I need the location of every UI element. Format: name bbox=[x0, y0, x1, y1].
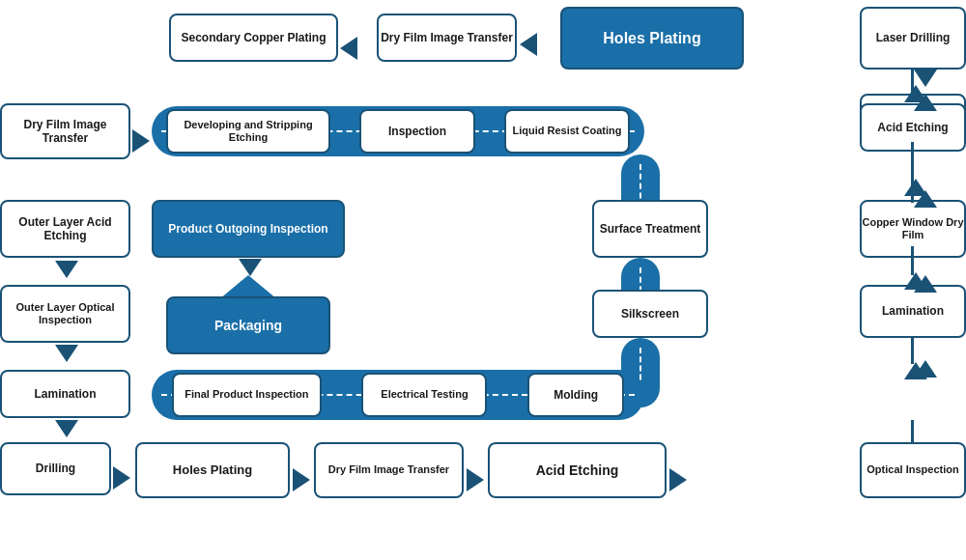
arrow-df-to-sc bbox=[340, 37, 357, 60]
arrow-lam-left-down bbox=[55, 420, 78, 437]
drilling-left-box: Drilling bbox=[0, 442, 111, 495]
outer-acid-box: Outer Layer Acid Etching bbox=[0, 200, 130, 258]
dry-film-bottom-box: Dry Film Image Transfer bbox=[314, 442, 464, 498]
silkscreen-box: Silkscreen bbox=[592, 290, 708, 338]
arr-up-r4 bbox=[904, 362, 927, 379]
arrow-outer-acid-down bbox=[55, 261, 78, 278]
arr-up-r2 bbox=[904, 179, 927, 196]
arrow-poi-down bbox=[239, 259, 262, 276]
vline-r-4-5 bbox=[911, 338, 914, 364]
arrow-ae-oi-bottom bbox=[669, 468, 687, 491]
acid-etching-bottom-box: Acid Etching bbox=[488, 442, 667, 498]
electrical-testing-box: Electrical Testing bbox=[361, 373, 487, 417]
holes-plating-top-box: Holes Plating bbox=[560, 7, 744, 70]
dry-film-top-box: Dry Film Image Transfer bbox=[377, 14, 517, 62]
arrow-outer-optical-down bbox=[55, 345, 78, 362]
vline-r-3-4 bbox=[911, 246, 914, 275]
laser-drilling-box: Laser Drilling bbox=[860, 7, 966, 70]
packaging-box: Packaging bbox=[166, 296, 330, 354]
pipeline-row5: Final Product Inspection Electrical Test… bbox=[152, 370, 644, 420]
dry-film-img-left-box: Dry Film Image Transfer bbox=[0, 103, 130, 159]
vline-r-2-3 bbox=[911, 152, 914, 203]
holes-plating-bottom-box: Holes Plating bbox=[135, 442, 290, 498]
arr-up-r3 bbox=[904, 272, 927, 290]
lamination-right-box: Lamination bbox=[860, 285, 966, 338]
liquid-resist-box: Liquid Resist Coating bbox=[504, 109, 630, 154]
outer-optical-box: Outer Layer Optical Inspection bbox=[0, 285, 130, 343]
packaging-container: Packaging bbox=[166, 275, 330, 357]
arr-up-r1 bbox=[904, 85, 927, 102]
molding-box: Molding bbox=[527, 373, 624, 417]
arrow-hp-to-df bbox=[520, 33, 537, 56]
optical-inspection-box: Optical Inspection bbox=[860, 442, 966, 498]
final-inspection-box: Final Product Inspection bbox=[172, 373, 322, 417]
secondary-copper-box: Secondary Copper Plating bbox=[169, 14, 338, 62]
arrow-hp-df-bottom bbox=[293, 468, 310, 491]
surface-treatment-box: Surface Treatment bbox=[592, 200, 708, 258]
lamination-left-box: Lamination bbox=[0, 370, 130, 418]
vline-r-5-6 bbox=[911, 420, 914, 444]
arrow-df-ae-bottom bbox=[467, 468, 484, 491]
pipeline-row2: Developing and Stripping Etching Inspect… bbox=[152, 106, 644, 156]
developing-box: Developing and Stripping Etching bbox=[166, 109, 330, 154]
arrow-drill-right bbox=[113, 466, 130, 490]
arrow-dfl-right bbox=[132, 129, 150, 153]
process-flow-diagram: Laser Drilling Holes Plating Dry Film Im… bbox=[0, 0, 966, 560]
inspection-box: Inspection bbox=[359, 109, 475, 154]
product-outgoing-box: Product Outgoing Inspection bbox=[152, 200, 345, 258]
